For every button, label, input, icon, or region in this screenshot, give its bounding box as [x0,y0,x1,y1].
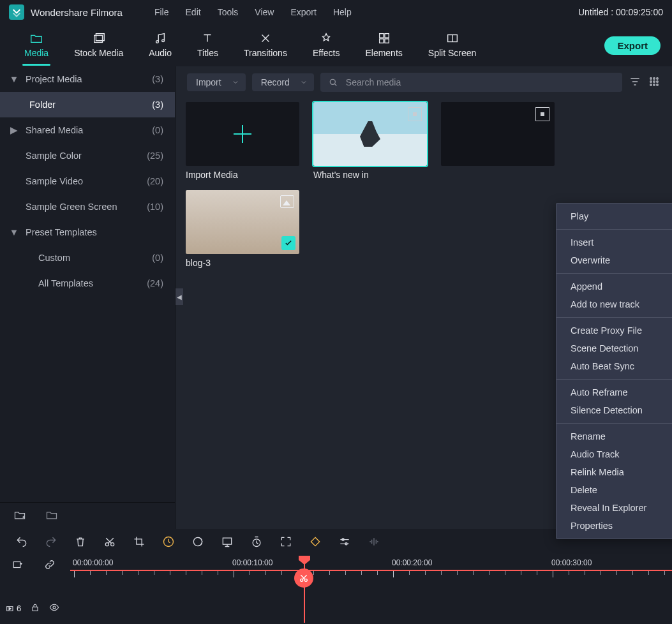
delete-icon[interactable] [74,535,87,550]
ctx-beat[interactable]: Auto Beat Sync [556,357,672,375]
tab-audio[interactable]: Audio [136,29,184,62]
filter-icon[interactable] [629,75,641,90]
settings-icon[interactable] [338,535,351,550]
sidebar-item-label: Custom [38,253,152,263]
tab-stock[interactable]: Stock Media [61,29,136,62]
ctx-audio-track[interactable]: Audio Track▸ [556,445,672,463]
ctx-reframe[interactable]: Auto Reframe [556,383,672,401]
tab-elements-label: Elements [365,48,402,58]
grid-view-icon[interactable] [648,75,661,90]
ctx-properties[interactable]: Properties [556,517,672,535]
folder-outline-icon[interactable] [45,509,59,523]
sidebar-item-sample-color[interactable]: Sample Color (25) [0,143,175,168]
project-status: Untitled : 00:09:25:00 [578,7,663,17]
sidebar-item-count: (20) [147,176,163,186]
menu-view[interactable]: View [255,7,274,17]
tab-media[interactable]: Media [11,29,61,62]
media-thumb[interactable] [313,102,427,166]
tab-effects-label: Effects [313,48,340,58]
search-icon [328,77,338,87]
ctx-reveal[interactable]: Reveal In ExplorerCtrl+Shift+R [556,499,672,517]
sidebar-item-label: Preset Templates [26,227,163,237]
media-panel: Import Record Import Media [175,66,672,529]
media-thumb[interactable] [186,190,299,254]
keyframe-icon[interactable] [309,535,322,550]
ctx-append[interactable]: Append [556,278,672,295]
svg-rect-6 [379,39,383,43]
tab-transitions[interactable]: Transitions [231,29,300,62]
ctx-rename[interactable]: RenameF2 [556,427,672,445]
sidebar-item-count: (3) [152,74,163,84]
record-dropdown[interactable]: Record [252,73,314,91]
sidebar-item-label: Sample Video [26,176,147,186]
menu-tools[interactable]: Tools [218,7,239,17]
menu-edit[interactable]: Edit [186,7,201,17]
menu-help[interactable]: Help [333,7,352,17]
ctx-delete[interactable]: DeleteDel [556,481,672,499]
undo-icon[interactable] [15,535,28,550]
effects-icon [318,31,334,45]
new-folder-icon[interactable] [13,509,27,523]
import-thumb[interactable] [186,102,299,166]
menu-file[interactable]: File [154,7,169,17]
media-item-whats-new[interactable]: What's new in [313,102,427,180]
media-thumb[interactable] [441,102,555,166]
duration-icon[interactable] [250,535,263,550]
sidebar-item-templates[interactable]: All Templates (24) [0,271,175,296]
sidebar-item-count: (10) [147,202,163,212]
ctx-scene[interactable]: Scene Detection [556,339,672,357]
lock-icon[interactable] [30,602,40,614]
add-track-icon[interactable] [11,559,24,572]
ctx-relink[interactable]: Relink Media [556,463,672,481]
sidebar-item-shared[interactable]: ▶ Shared Media (0) [0,117,175,143]
fit-icon[interactable] [280,535,292,550]
timeline-ruler[interactable]: 00:00:00:00 00:00:10:00 00:00:20:00 00:0… [70,556,672,575]
ctx-overwrite[interactable]: OverwriteShift+O [556,251,672,269]
record-label: Record [261,77,290,87]
color-icon[interactable] [191,535,204,550]
tab-split[interactable]: Split Screen [415,29,489,62]
media-caption: What's new in [313,170,427,180]
eye-icon[interactable] [49,602,59,614]
split-scissors-icon[interactable] [294,568,313,588]
ctx-silence[interactable]: Silence Detection [556,401,672,419]
sidebar-item-sample-green[interactable]: Sample Green Screen (10) [0,194,175,219]
link-icon[interactable] [43,559,56,572]
video-badge-icon [535,107,549,121]
ctx-insert[interactable]: InsertShift+I [556,234,672,251]
svg-rect-27 [13,561,20,567]
search-input[interactable] [345,77,615,88]
menu-export[interactable]: Export [290,7,316,17]
transitions-icon [258,31,273,45]
stock-icon [91,31,107,45]
tab-elements[interactable]: Elements [352,29,415,62]
sidebar-item-sample-video[interactable]: Sample Video (20) [0,168,175,194]
sidebar-item-folder[interactable]: Folder (3) [0,92,175,117]
media-item-intro[interactable] [441,102,555,180]
media-item-blog3[interactable]: blog-3 [186,190,299,268]
cut-icon[interactable] [103,535,116,550]
ctx-proxy[interactable]: Create Proxy File [556,322,672,339]
svg-point-10 [650,77,652,79]
ctx-add-track[interactable]: Add to new track [556,295,672,313]
import-dropdown[interactable]: Import [187,73,246,91]
search-field[interactable] [320,73,622,92]
media-item-import[interactable]: Import Media [186,102,299,180]
sidebar-item-preset[interactable]: ▼ Preset Templates [0,219,175,245]
playhead[interactable] [304,556,305,623]
tab-effects[interactable]: Effects [300,29,353,62]
sidebar-item-custom[interactable]: Custom (0) [0,245,175,271]
export-button[interactable]: Export [604,36,661,55]
tab-titles[interactable]: Titles [184,29,231,62]
green-screen-icon[interactable] [221,535,234,550]
crop-icon[interactable] [133,535,146,550]
svg-point-16 [650,84,652,85]
speed-icon[interactable] [162,535,175,550]
redo-icon[interactable] [45,535,57,550]
ctx-play[interactable]: Play [556,207,672,225]
collapse-sidebar-handle[interactable]: ◀ [175,288,183,305]
timeline[interactable]: 6 00:00:00:00 00:00:10:00 00:00:20:00 00… [0,556,672,623]
sidebar-item-project-media[interactable]: ▼ Project Media (3) [0,66,175,92]
import-label: Import [196,77,221,87]
audio-wave-icon[interactable] [368,535,380,550]
